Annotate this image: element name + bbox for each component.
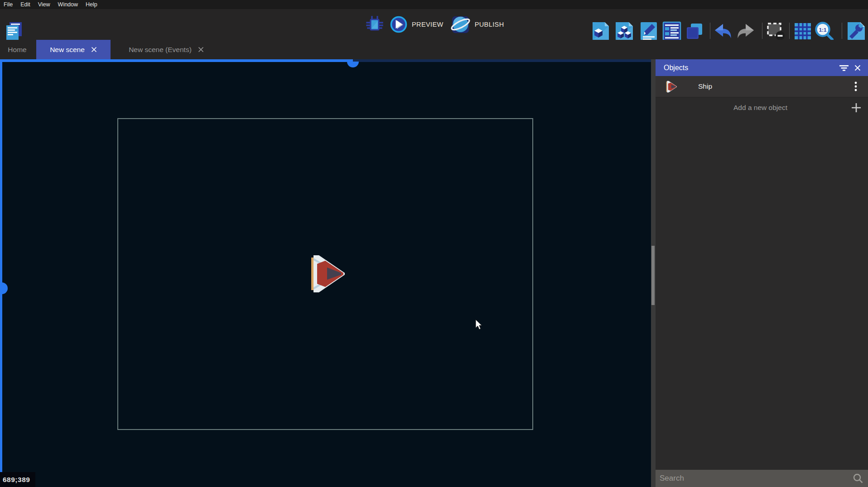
plus-icon — [851, 102, 862, 113]
filter-button[interactable] — [837, 61, 851, 75]
canvas-top-border-dark — [353, 59, 651, 62]
object-groups-icon — [615, 21, 634, 41]
scrollbar-thumb[interactable] — [651, 246, 655, 305]
object-menu-button[interactable] — [848, 79, 863, 94]
close-panel-button[interactable] — [851, 61, 864, 75]
properties-icon — [640, 21, 658, 41]
top-drag-handle[interactable] — [347, 62, 359, 67]
mask-selection-button[interactable] — [766, 21, 785, 42]
main-toolbar: PREVIEW PUBLISH — [0, 9, 868, 40]
menu-file[interactable]: File — [4, 1, 13, 8]
project-manager-icon — [5, 21, 24, 41]
add-object-label: Add a new object — [656, 104, 847, 112]
instances-list-icon — [662, 21, 681, 41]
toolbar-separator — [842, 23, 842, 39]
mask-selection-icon — [766, 22, 785, 41]
tab-label: New scene (Events) — [129, 46, 192, 54]
search-input[interactable] — [656, 470, 853, 487]
ship-sprite[interactable] — [309, 254, 346, 293]
zoom-one-to-one-button[interactable]: 1:1 — [814, 21, 834, 42]
objects-editor-button[interactable] — [592, 21, 610, 42]
filter-icon — [839, 64, 849, 72]
undo-icon — [714, 23, 732, 39]
menu-edit[interactable]: Edit — [20, 1, 30, 8]
canvas-left-border — [0, 59, 2, 487]
left-drag-handle[interactable] — [2, 282, 8, 294]
instances-list-button[interactable] — [662, 21, 681, 42]
canvas-top-border — [0, 59, 353, 62]
zoom-one-to-one-icon: 1:1 — [814, 21, 834, 42]
objects-panel-header: Objects — [656, 59, 868, 76]
objects-panel: Objects Ship — [656, 59, 868, 487]
project-manager-button[interactable] — [5, 21, 24, 42]
scene-settings-button[interactable] — [846, 21, 866, 42]
launch-group: PREVIEW PUBLISH — [366, 9, 504, 40]
tab-bar: Home New scene New scene (Events) — [0, 40, 868, 59]
add-object-row[interactable]: Add a new object — [656, 98, 868, 118]
redo-icon — [736, 23, 755, 39]
objects-search-bar — [656, 470, 868, 487]
search-icon — [853, 473, 863, 484]
publish-button[interactable]: PUBLISH — [450, 14, 504, 34]
menu-bar: File Edit View Window Help — [0, 0, 868, 9]
close-icon — [854, 65, 861, 71]
debug-icon — [366, 15, 383, 33]
toolbar-separator — [762, 23, 762, 39]
grid-icon — [794, 22, 812, 40]
debug-button[interactable] — [366, 14, 383, 35]
preview-button[interactable]: PREVIEW — [390, 15, 444, 33]
preview-label: PREVIEW — [412, 21, 444, 28]
menu-view[interactable]: View — [38, 1, 50, 8]
undo-button[interactable] — [714, 21, 732, 42]
object-name: Ship — [698, 82, 848, 91]
tab-home[interactable]: Home — [0, 40, 34, 59]
toolbar-separator — [789, 23, 790, 39]
grid-button[interactable] — [794, 21, 812, 42]
close-icon[interactable] — [198, 47, 204, 53]
canvas-vertical-scrollbar[interactable] — [651, 59, 656, 487]
object-row-ship[interactable]: Ship — [656, 76, 868, 97]
object-groups-button[interactable] — [615, 21, 634, 42]
scene-canvas[interactable]: 689;389 — [0, 59, 651, 487]
add-object-button[interactable] — [847, 99, 865, 117]
objects-editor-icon — [592, 21, 610, 41]
layers-button[interactable] — [686, 21, 703, 42]
layers-icon — [686, 22, 703, 40]
properties-button[interactable] — [640, 21, 658, 42]
tab-label: Home — [8, 46, 26, 54]
toolbar-separator — [710, 23, 710, 39]
tab-new-scene[interactable]: New scene — [36, 40, 111, 59]
publish-globe-icon — [450, 14, 471, 34]
mouse-cursor-icon — [475, 319, 483, 331]
ship-thumbnail-icon — [665, 81, 678, 93]
svg-text:1:1: 1:1 — [819, 27, 827, 33]
menu-window[interactable]: Window — [58, 1, 78, 8]
cursor-coordinates-badge: 689;389 — [0, 472, 35, 487]
tab-label: New scene — [50, 46, 85, 54]
objects-panel-title: Objects — [664, 64, 837, 72]
redo-button[interactable] — [736, 21, 755, 42]
publish-label: PUBLISH — [475, 21, 504, 28]
tab-new-scene-events[interactable]: New scene (Events) — [111, 40, 222, 59]
kebab-menu-icon — [854, 81, 857, 91]
scene-settings-icon — [846, 21, 866, 41]
play-icon — [390, 15, 408, 33]
gdevelop-window: File Edit View Window Help — [0, 0, 868, 487]
close-icon[interactable] — [91, 47, 97, 53]
menu-help[interactable]: Help — [86, 1, 97, 8]
